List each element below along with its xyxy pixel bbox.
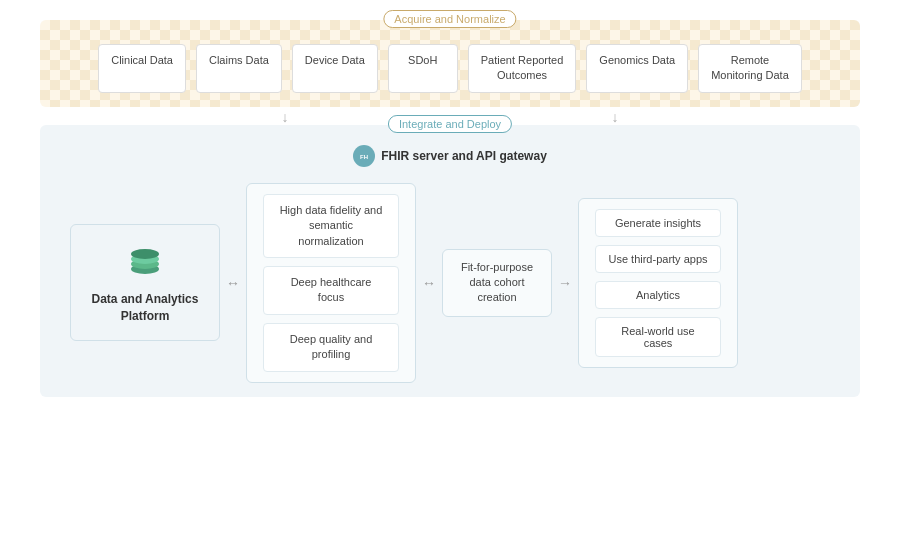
feature-1: High data fidelity and semantic normaliz… [263, 194, 399, 258]
integrate-band: Integrate and Deploy FH FHIR server and … [40, 125, 860, 397]
outcome-3: Analytics [595, 281, 721, 309]
acquire-label: Acquire and Normalize [383, 10, 516, 28]
outcome-2: Use third-party apps [595, 245, 721, 273]
svg-text:FH: FH [360, 154, 368, 160]
fhir-row: FH FHIR server and API gateway [60, 135, 840, 177]
source-device: Device Data [292, 44, 378, 93]
svg-point-5 [131, 249, 159, 259]
cohort-box: Fit-for-purpose data cohort creation [442, 249, 552, 317]
source-patient: Patient Reported Outcomes [468, 44, 577, 93]
feature-2: Deep healthcare focus [263, 266, 399, 315]
integrate-label: Integrate and Deploy [388, 115, 512, 133]
source-clinical: Clinical Data [98, 44, 186, 93]
arrow-down-right: ↓ [612, 109, 619, 125]
arrow-cohort-outcomes: → [552, 275, 578, 291]
platform-icon [125, 241, 165, 281]
platform-title: Data and Analytics Platform [92, 291, 199, 325]
arrow-platform-features: ↔ [220, 275, 246, 291]
source-remote: Remote Monitoring Data [698, 44, 802, 93]
source-claims: Claims Data [196, 44, 282, 93]
outcomes-box: Generate insights Use third-party apps A… [578, 198, 738, 368]
outcome-1: Generate insights [595, 209, 721, 237]
arrow-down-left: ↓ [282, 109, 289, 125]
arrow-features-cohort: ↔ [416, 275, 442, 291]
data-sources-row: Clinical Data Claims Data Device Data SD… [60, 30, 840, 93]
source-genomics: Genomics Data [586, 44, 688, 93]
diagram-container: Acquire and Normalize Clinical Data Clai… [0, 0, 900, 543]
outcome-4: Real-world use cases [595, 317, 721, 357]
main-content-row: Data and Analytics Platform ↔ High data … [60, 183, 840, 383]
source-sdoh: SDoH [388, 44, 458, 93]
platform-box: Data and Analytics Platform [70, 224, 220, 342]
cohort-title: Fit-for-purpose data cohort creation [461, 260, 533, 306]
features-box: High data fidelity and semantic normaliz… [246, 183, 416, 383]
acquire-band: Acquire and Normalize Clinical Data Clai… [40, 20, 860, 107]
feature-3: Deep quality and profiling [263, 323, 399, 372]
fhir-title: FHIR server and API gateway [381, 149, 547, 163]
fhir-icon: FH [353, 145, 375, 167]
